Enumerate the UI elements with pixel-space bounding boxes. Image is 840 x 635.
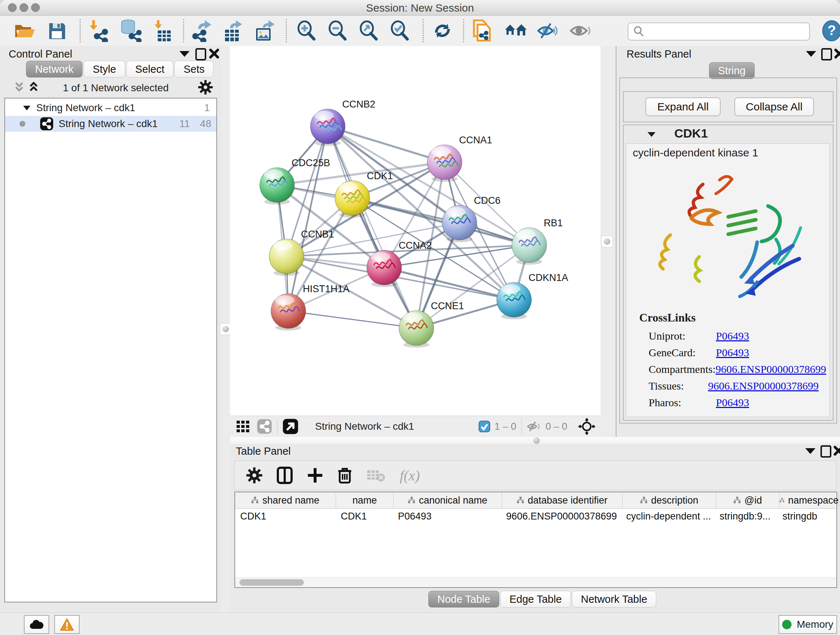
network-node-ccne1[interactable]: CCNE1 bbox=[399, 301, 464, 348]
table-panel-close-icon[interactable] bbox=[834, 446, 840, 456]
column-header-@id[interactable]: @id bbox=[716, 492, 780, 508]
crosslink-value-link[interactable]: 9606.ENSP00000378699 bbox=[715, 363, 826, 375]
table-cell[interactable]: cyclin-dependent ... bbox=[621, 509, 714, 524]
network-canvas[interactable]: CCNB2CCNA1CDC25BCDK1CDC6RB1CCNB1CCNA2CDK… bbox=[230, 46, 600, 416]
open-in-window-icon[interactable] bbox=[283, 418, 298, 434]
control-panel-float-icon[interactable] bbox=[195, 48, 206, 60]
table-settings-gear-icon[interactable] bbox=[246, 467, 262, 483]
zoom-in-button[interactable] bbox=[296, 16, 317, 46]
warnings-button[interactable] bbox=[54, 615, 80, 634]
crosslink-value-link[interactable]: P06493 bbox=[716, 347, 749, 359]
table-cell[interactable]: CDK1 bbox=[235, 509, 336, 524]
results-panel-float-icon[interactable] bbox=[821, 48, 832, 60]
import-network-database-button[interactable] bbox=[118, 16, 142, 46]
memory-button[interactable]: Memory bbox=[778, 615, 837, 634]
clone-network-button[interactable] bbox=[472, 16, 492, 46]
column-header-database-identifier[interactable]: database identifier bbox=[502, 492, 622, 508]
control-panel-close-icon[interactable] bbox=[209, 49, 219, 59]
zoom-selected-button[interactable] bbox=[389, 16, 410, 46]
search-input[interactable] bbox=[647, 26, 809, 38]
right-splitter[interactable] bbox=[600, 46, 616, 437]
export-network-button[interactable] bbox=[191, 16, 213, 46]
help-icon: ? bbox=[822, 20, 840, 41]
tab-network-table[interactable]: Network Table bbox=[572, 591, 656, 608]
column-header-description[interactable]: description bbox=[622, 492, 716, 508]
string-style-icon[interactable] bbox=[257, 419, 272, 434]
help-button[interactable]: ? bbox=[822, 16, 840, 46]
network-node-rb1[interactable]: RB1 bbox=[512, 218, 563, 264]
table-cell[interactable]: P06493 bbox=[393, 509, 501, 524]
results-panel-close-icon[interactable] bbox=[834, 49, 840, 59]
import-table-file-button[interactable] bbox=[151, 16, 172, 46]
column-header-canonical-name[interactable]: canonical name bbox=[393, 492, 502, 508]
control-panel-tabbar: NetworkStyleSelectSets bbox=[26, 61, 215, 78]
control-panel-minimize-icon[interactable] bbox=[180, 51, 189, 57]
table-panel-float-icon[interactable] bbox=[821, 445, 831, 458]
export-table-button[interactable] bbox=[222, 16, 245, 46]
column-header-namespace[interactable]: namespace bbox=[780, 492, 839, 508]
table-cell[interactable]: stringdb:9... bbox=[714, 509, 777, 524]
expand-all-button[interactable]: Expand All bbox=[645, 97, 721, 116]
crosslink-value-link[interactable]: 9606.ENSP00000378699 bbox=[708, 380, 819, 392]
tab-select[interactable]: Select bbox=[126, 61, 174, 78]
network-edge[interactable] bbox=[288, 311, 416, 328]
toolbar-search[interactable] bbox=[628, 22, 810, 41]
table-cell[interactable]: CDK1 bbox=[336, 509, 393, 524]
tab-sets[interactable]: Sets bbox=[174, 61, 213, 78]
tree-expand-arrow-icon[interactable] bbox=[22, 105, 31, 111]
expand-all-chevrons-icon[interactable] bbox=[28, 81, 39, 93]
show-columns-icon[interactable] bbox=[277, 467, 293, 484]
bar-separator bbox=[521, 418, 522, 434]
collapse-all-chevrons-icon[interactable] bbox=[14, 81, 25, 93]
selected-checkbox-icon[interactable] bbox=[478, 421, 490, 432]
zoom-fit-button[interactable] bbox=[358, 16, 379, 46]
network-options-gear-icon[interactable] bbox=[198, 80, 213, 95]
save-session-button[interactable] bbox=[48, 16, 66, 46]
network-node-cdk1[interactable]: CDK1 bbox=[335, 171, 393, 218]
network-edge[interactable] bbox=[328, 126, 445, 162]
table-cell[interactable]: 9606.ENSP00000378699 bbox=[501, 509, 621, 524]
network-node-hist1h1a[interactable]: HIST1H1A bbox=[271, 283, 349, 331]
pan-crosshair-icon[interactable] bbox=[578, 418, 595, 435]
network-row-selected[interactable]: String Network – cdk1 11 48 bbox=[5, 116, 216, 132]
scrollbar-thumb[interactable] bbox=[240, 579, 304, 586]
network-collection-row[interactable]: String Network – cdk1 1 bbox=[5, 100, 216, 116]
show-all-button[interactable] bbox=[569, 16, 591, 46]
table-cell[interactable]: stringdb bbox=[777, 509, 836, 524]
birdseye-grid-icon[interactable] bbox=[237, 420, 251, 433]
left-splitter[interactable] bbox=[221, 46, 230, 613]
first-neighbors-button[interactable] bbox=[504, 16, 527, 46]
entry-collapse-arrow-icon[interactable] bbox=[647, 131, 656, 138]
horizontal-splitter[interactable] bbox=[230, 437, 840, 444]
tab-style[interactable]: Style bbox=[84, 61, 125, 78]
create-column-plus-icon[interactable] bbox=[307, 467, 323, 483]
network-edge[interactable] bbox=[328, 126, 416, 328]
table-horizontal-scrollbar[interactable] bbox=[235, 578, 836, 587]
collapse-all-button[interactable]: Collapse All bbox=[734, 97, 814, 116]
hide-selected-button[interactable] bbox=[537, 16, 559, 46]
crosslink-value-link[interactable]: P06493 bbox=[716, 330, 749, 342]
hierarchy-icon bbox=[251, 497, 259, 504]
column-header-shared-name[interactable]: shared name bbox=[235, 492, 336, 508]
table-row[interactable]: CDK1CDK1P064939606.ENSP00000378699cyclin… bbox=[235, 509, 836, 524]
network-graph[interactable]: CCNB2CCNA1CDC25BCDK1CDC6RB1CCNB1CCNA2CDK… bbox=[230, 46, 600, 416]
network-node-ccna1[interactable]: CCNA1 bbox=[427, 135, 493, 182]
crosslink-value-link[interactable]: P06493 bbox=[716, 396, 749, 409]
network-node-ccnb1[interactable]: CCNB1 bbox=[269, 229, 334, 276]
delete-column-trash-icon[interactable] bbox=[338, 467, 352, 484]
open-session-button[interactable] bbox=[14, 16, 35, 46]
apply-layout-button[interactable] bbox=[432, 16, 453, 46]
right-splitter-grip[interactable] bbox=[601, 236, 613, 247]
network-node-cdkn1a[interactable]: CDKN1A bbox=[497, 272, 568, 319]
column-header-name[interactable]: name bbox=[336, 492, 393, 508]
tab-edge-table[interactable]: Edge Table bbox=[500, 591, 571, 608]
import-network-file-button[interactable] bbox=[87, 16, 109, 46]
table-panel-minimize-icon[interactable] bbox=[805, 448, 815, 454]
tab-node-table[interactable]: Node Table bbox=[428, 591, 499, 608]
export-image-button[interactable] bbox=[253, 16, 276, 46]
cloud-button[interactable] bbox=[24, 615, 49, 634]
tab-string[interactable]: String bbox=[709, 62, 755, 79]
zoom-out-button[interactable] bbox=[327, 16, 348, 46]
tab-network[interactable]: Network bbox=[26, 61, 82, 78]
results-panel-minimize-icon[interactable] bbox=[806, 51, 816, 57]
